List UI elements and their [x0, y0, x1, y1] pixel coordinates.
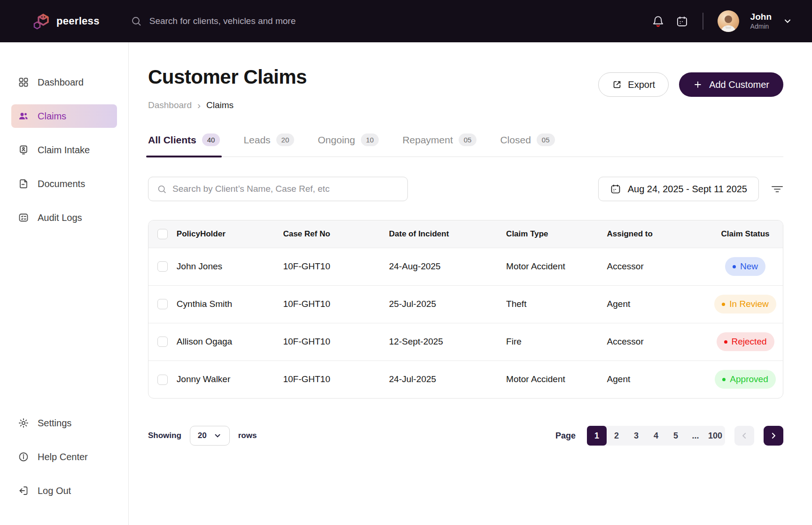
- sidebar-item-label: Dashboard: [38, 77, 84, 88]
- pagination: Page 1 2 3 4 5 ... 100: [555, 426, 783, 446]
- page-button-100[interactable]: 100: [705, 426, 725, 446]
- plus-icon: [693, 80, 703, 89]
- chevron-right-icon: [769, 431, 778, 440]
- search-icon: [131, 16, 142, 27]
- breadcrumb-dashboard[interactable]: Dashboard: [148, 100, 192, 110]
- tab-all-clients[interactable]: All Clients 40: [148, 133, 220, 157]
- user-meta: John Admin: [750, 11, 772, 31]
- calendar-icon: [676, 15, 688, 28]
- user-menu-button[interactable]: [783, 16, 792, 26]
- sidebar-item-settings[interactable]: Settings: [11, 411, 117, 435]
- brand-logo[interactable]: peerless: [31, 9, 100, 33]
- page-number-group: 1 2 3 4 5 ... 100: [587, 426, 725, 446]
- export-icon: [612, 79, 622, 90]
- sidebar-item-label: Help Center: [38, 452, 88, 462]
- status-badge: In Review: [714, 295, 776, 313]
- info-icon: [18, 451, 29, 462]
- table-row[interactable]: Jonny Walker 10F-GHT10 24-Jul-2025 Motor…: [148, 360, 783, 398]
- cell-policyholder: Jonny Walker: [177, 360, 283, 398]
- column-claim-type: Claim Type: [506, 220, 607, 248]
- tab-leads[interactable]: Leads 20: [243, 133, 294, 157]
- page-button-4[interactable]: 4: [646, 426, 666, 446]
- export-button[interactable]: Export: [598, 72, 669, 97]
- grid-icon: [18, 77, 29, 88]
- select-all-checkbox[interactable]: [157, 229, 168, 239]
- rows-label: rows: [238, 431, 257, 440]
- breadcrumb-chevron-icon: ›: [197, 100, 201, 111]
- avatar[interactable]: [718, 10, 739, 32]
- date-range-button[interactable]: Aug 24, 2025 - Sept 11 2025: [598, 177, 759, 201]
- tab-count-badge: 20: [276, 133, 295, 146]
- row-checkbox[interactable]: [157, 299, 168, 309]
- topbar: peerless: [0, 0, 812, 42]
- next-page-button[interactable]: [764, 426, 783, 446]
- row-checkbox[interactable]: [157, 337, 168, 347]
- chevron-down-icon: [213, 431, 222, 440]
- sidebar: Dashboard Claims: [0, 42, 129, 525]
- claims-table: PolicyHolder Case Ref No Date of Inciden…: [148, 220, 783, 399]
- sidebar-item-audit-logs[interactable]: Audit Logs: [11, 206, 117, 229]
- tab-repayment[interactable]: Repayment 05: [402, 133, 476, 157]
- cell-case-ref: 10F-GHT10: [283, 248, 389, 285]
- previous-page-button[interactable]: [734, 426, 754, 446]
- sidebar-item-claims[interactable]: Claims: [11, 104, 117, 128]
- date-range-label: Aug 24, 2025 - Sept 11 2025: [628, 184, 747, 195]
- claims-search-input[interactable]: [172, 184, 393, 194]
- tab-label: Ongoing: [318, 134, 355, 146]
- chevron-down-icon: [783, 16, 792, 26]
- topbar-divider: [703, 13, 703, 30]
- sidebar-item-claim-intake[interactable]: Claim Intake: [11, 138, 117, 162]
- cell-policyholder: Cynthia Smith: [177, 285, 283, 323]
- cell-case-ref: 10F-GHT10: [283, 285, 389, 323]
- brand-name: peerless: [56, 15, 100, 27]
- row-checkbox[interactable]: [157, 261, 168, 272]
- sidebar-item-label: Claim Intake: [38, 145, 90, 156]
- row-checkbox[interactable]: [157, 375, 168, 385]
- column-assigned-to: Assigned to: [607, 220, 708, 248]
- filter-icon: [771, 184, 783, 194]
- claims-search[interactable]: [148, 177, 408, 201]
- cell-claim-type: Motor Accident: [506, 360, 607, 398]
- table-row[interactable]: Cynthia Smith 10F-GHT10 25-Jul-2025 Thef…: [148, 285, 783, 323]
- page-button-2[interactable]: 2: [607, 426, 626, 446]
- status-dot-icon: [722, 303, 725, 306]
- cell-assigned-to: Agent: [607, 360, 708, 398]
- logout-icon: [18, 485, 29, 496]
- sidebar-item-documents[interactable]: Documents: [11, 172, 117, 196]
- status-dot-icon: [722, 378, 726, 381]
- tab-closed[interactable]: Closed 05: [500, 133, 554, 157]
- cell-assigned-to: Accessor: [607, 248, 708, 285]
- page-label: Page: [555, 431, 576, 441]
- cell-policyholder: John Jones: [177, 248, 283, 285]
- page-title: Customer Claims: [148, 66, 307, 88]
- status-badge: Rejected: [717, 332, 774, 351]
- cell-case-ref: 10F-GHT10: [283, 360, 389, 398]
- cell-assigned-to: Agent: [607, 285, 708, 323]
- status-badge: Approved: [715, 370, 775, 389]
- users-icon: [18, 110, 29, 122]
- table-row[interactable]: John Jones 10F-GHT10 24-Aug-2025 Motor A…: [148, 248, 783, 285]
- column-date: Date of Incident: [389, 220, 506, 248]
- status-dot-icon: [724, 340, 727, 344]
- sidebar-item-log-out[interactable]: Log Out: [11, 479, 117, 502]
- search-icon: [157, 184, 167, 194]
- global-search[interactable]: [131, 16, 460, 27]
- sidebar-item-dashboard[interactable]: Dashboard: [11, 71, 117, 94]
- filter-button[interactable]: [771, 184, 783, 194]
- tab-ongoing[interactable]: Ongoing 10: [318, 133, 379, 157]
- sidebar-item-label: Claims: [38, 111, 66, 122]
- page-ellipsis[interactable]: ...: [686, 426, 705, 446]
- sidebar-item-label: Log Out: [38, 486, 71, 496]
- page-button-3[interactable]: 3: [626, 426, 646, 446]
- add-customer-button[interactable]: Add Customer: [679, 72, 783, 97]
- table-row[interactable]: Allison Ogaga 10F-GHT10 12-Sept-2025 Fir…: [148, 323, 783, 360]
- rows-per-page-select[interactable]: 20: [190, 426, 230, 446]
- page-button-5[interactable]: 5: [666, 426, 686, 446]
- sidebar-item-help-center[interactable]: Help Center: [11, 445, 117, 469]
- page-button-1[interactable]: 1: [587, 426, 607, 446]
- rows-per-page-value: 20: [198, 431, 207, 440]
- calendar-button[interactable]: [676, 15, 688, 28]
- peerless-logo-icon: [31, 9, 55, 33]
- notifications-button[interactable]: [652, 15, 664, 28]
- global-search-input[interactable]: [149, 16, 431, 26]
